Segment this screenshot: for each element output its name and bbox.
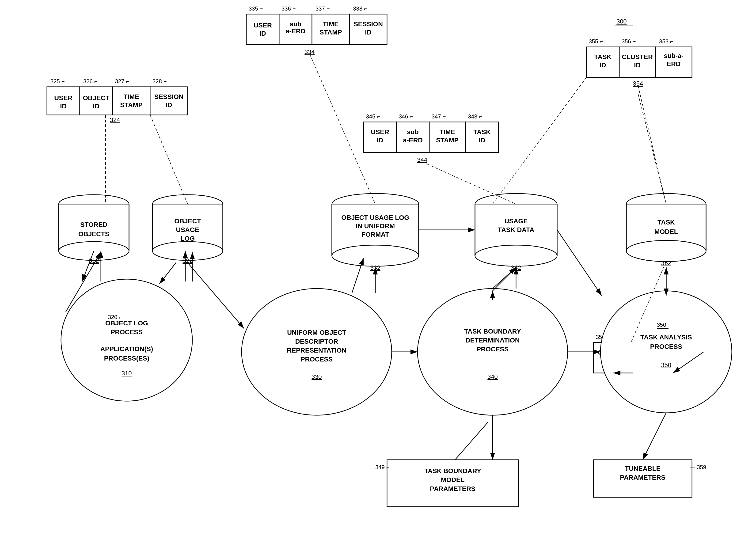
rec334-tag336: 336 ⌐ bbox=[281, 5, 296, 12]
tuneable-params-label1: TUNEABLE bbox=[625, 465, 661, 472]
svg-line-74 bbox=[493, 267, 516, 291]
rec324-field1-label2: ID bbox=[60, 103, 67, 110]
uniform-obj-desc-label3: REPRESENTATION bbox=[287, 347, 346, 354]
svg-line-81 bbox=[493, 78, 586, 204]
rec344-ref: 344 bbox=[417, 156, 427, 163]
rec334-field1b: ID bbox=[259, 30, 266, 37]
rec344-tag347: 347 ⌐ bbox=[432, 113, 446, 119]
obj-log-process-label1: OBJECT LOG bbox=[105, 319, 148, 327]
svg-line-58 bbox=[638, 85, 666, 204]
usage-task-data-label1: USAGE bbox=[504, 218, 528, 225]
rec324-ref: 324 bbox=[110, 117, 120, 123]
task-boundary-det-label3: PROCESS bbox=[477, 346, 509, 353]
rec334-field2b: a-ERD bbox=[286, 27, 305, 35]
task-analysis-ref: 350 bbox=[661, 361, 671, 369]
svg-point-37 bbox=[475, 245, 557, 266]
rec344-tag345: 345 ⌐ bbox=[366, 113, 380, 119]
task-boundary-params-label2: MODEL bbox=[441, 476, 464, 484]
uniform-obj-desc-label4: PROCESS bbox=[301, 355, 333, 363]
rec324-field3-label: TIME bbox=[124, 93, 139, 100]
rec344-tag348: 348 ⌐ bbox=[468, 113, 482, 119]
diagram-ref: 300 bbox=[616, 18, 627, 25]
obj-log-process-label2: PROCESS bbox=[111, 328, 143, 336]
rec324-tag327: 327 ⌐ bbox=[115, 78, 129, 84]
rec324-field2-label: OBJECT bbox=[83, 94, 110, 102]
rec354-tag356: 356 ⌐ bbox=[622, 38, 636, 45]
rec334-tag337: 337 ⌐ bbox=[315, 5, 330, 12]
rec344-field3b: STAMP bbox=[436, 137, 459, 144]
obj-usage-uniform-label1: OBJECT USAGE LOG bbox=[341, 214, 409, 221]
task-boundary-params-label1: TASK BOUNDARY bbox=[424, 467, 481, 475]
rec354-tag353: 353 ⌐ bbox=[659, 38, 674, 45]
svg-rect-5 bbox=[150, 87, 188, 115]
rec354-field3b: ERD bbox=[667, 60, 680, 68]
uniform-obj-desc-label1: UNIFORM OBJECT bbox=[287, 329, 346, 336]
rec334-tag335: 335 ⌐ bbox=[248, 5, 263, 12]
task-model-label2: MODEL bbox=[654, 228, 678, 235]
svg-point-42 bbox=[626, 240, 706, 261]
rec344-field2: sub bbox=[407, 128, 419, 136]
obj-log-process-label3: APPLICATION(S) bbox=[100, 345, 153, 352]
task-boundary-det-label2: DETERMINATION bbox=[465, 337, 519, 344]
rec324-field2-label2: ID bbox=[93, 103, 99, 110]
rec334-field4b: ID bbox=[365, 29, 372, 36]
obj-log-process-ref: 310 bbox=[121, 370, 132, 377]
rec324-field4-label2: ID bbox=[166, 101, 172, 109]
rec344-field4: TASK bbox=[473, 128, 491, 136]
rec344-field2b: a-ERD bbox=[403, 137, 423, 144]
rec324-field1-label: USER bbox=[54, 94, 73, 102]
uniform-obj-desc-label2: DESCRIPTOR bbox=[295, 338, 338, 345]
task-analysis-tag350: 350 bbox=[657, 321, 666, 328]
object-usage-log-label3: LOG bbox=[181, 235, 195, 242]
svg-point-32 bbox=[332, 245, 419, 266]
rec324-field4-label: SESSION bbox=[154, 93, 183, 100]
svg-rect-6 bbox=[246, 14, 279, 45]
svg-rect-4 bbox=[113, 87, 150, 115]
rec334-field3: TIME bbox=[323, 20, 339, 28]
rec344-field3: TIME bbox=[440, 128, 455, 136]
usage-task-data-label2: TASK DATA bbox=[498, 226, 534, 233]
task-analysis-label1: TASK ANALYSIS bbox=[641, 334, 692, 341]
obj-log-process-label4: PROCESS(ES) bbox=[104, 355, 149, 362]
rec334-field3b: STAMP bbox=[319, 29, 342, 36]
obj-usage-uniform-label2: IN UNIFORM bbox=[356, 222, 395, 230]
task-boundary-params-label3: PARAMETERS bbox=[430, 485, 476, 492]
uniform-obj-desc-ref: 330 bbox=[312, 373, 322, 380]
obj-usage-uniform-label3: FORMAT bbox=[361, 231, 389, 238]
svg-line-86 bbox=[557, 230, 602, 296]
rec324-tag328: 328 ⌐ bbox=[152, 78, 167, 84]
task-model-ref: 352 bbox=[661, 259, 671, 266]
rec354-field3: sub-a- bbox=[664, 52, 683, 59]
task-boundary-det-label1: TASK BOUNDARY bbox=[464, 328, 521, 335]
svg-line-85 bbox=[159, 263, 176, 284]
task-boundary-params-tag349: 349 ⌐ bbox=[375, 464, 390, 470]
object-usage-log-label2: USAGE bbox=[176, 226, 199, 233]
svg-line-62 bbox=[188, 263, 244, 328]
rec334-field4: SESSION bbox=[354, 20, 383, 28]
svg-line-73 bbox=[643, 413, 666, 460]
rec344-field1: USER bbox=[371, 128, 389, 136]
rec324-tag326: 326 ⌐ bbox=[83, 78, 98, 84]
tuneable-params-label2: PARAMETERS bbox=[620, 474, 666, 481]
task-analysis-label2: PROCESS bbox=[650, 343, 682, 350]
rec334-field1: USER bbox=[253, 21, 272, 29]
rec354-field1b: ID bbox=[600, 61, 606, 69]
svg-line-80 bbox=[638, 94, 666, 204]
tuneable-params-tag359: — 359 bbox=[690, 464, 706, 470]
rec324-field3-label2: STAMP bbox=[120, 101, 143, 109]
stored-objects-label: STORED bbox=[80, 221, 108, 228]
rec354-field2: CLUSTER bbox=[622, 53, 653, 60]
obj-log-process-tag320: 320 ⌐ bbox=[108, 314, 122, 320]
rec344-field1b: ID bbox=[377, 137, 383, 144]
svg-point-49 bbox=[601, 291, 732, 413]
rec344-tag346: 346 ⌐ bbox=[399, 113, 413, 119]
diagram: 300 USER ID 325 ⌐ OBJECT ID 326 ⌐ TIME S… bbox=[0, 0, 756, 536]
rec354-field1: TASK bbox=[594, 53, 611, 60]
stored-objects-label2: OBJECTS bbox=[78, 230, 109, 238]
task-boundary-det-ref: 340 bbox=[487, 373, 498, 380]
rec354-field2b: ID bbox=[634, 61, 641, 69]
task-model-label1: TASK bbox=[657, 218, 675, 226]
rec344-field4b: ID bbox=[479, 137, 485, 144]
svg-line-55 bbox=[150, 115, 188, 204]
object-usage-log-label: OBJECT bbox=[174, 218, 201, 225]
